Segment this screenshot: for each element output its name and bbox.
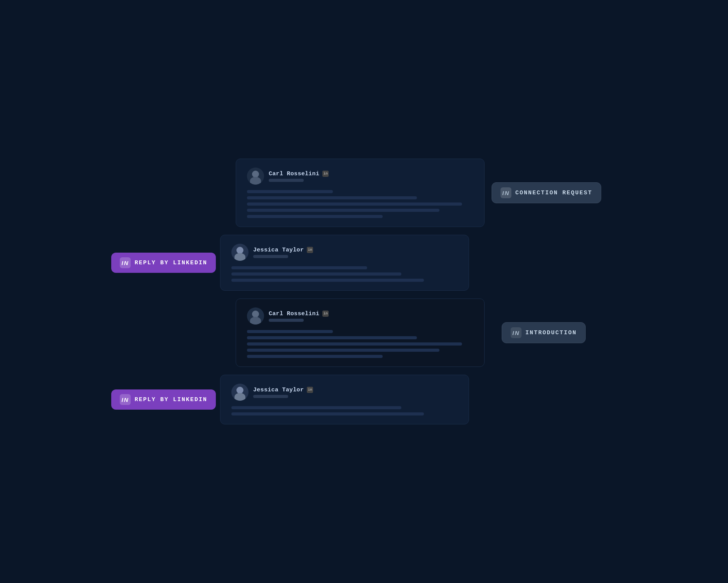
message-card-2: Jessica Taylor in bbox=[220, 235, 469, 291]
linkedin-icon-reply-2: in bbox=[120, 394, 131, 405]
header-info-4: Jessica Taylor in bbox=[253, 387, 313, 398]
content-line bbox=[247, 355, 383, 358]
card-header-1: Carl Rosselini in bbox=[247, 168, 473, 185]
card-header-2: Jessica Taylor in bbox=[231, 244, 458, 261]
reply-linkedin-badge-1[interactable]: in REPLY BY LINKEDIN bbox=[111, 253, 216, 273]
reply-linkedin-label-2: REPLY BY LINKEDIN bbox=[135, 396, 207, 403]
card-row-2: in REPLY BY LINKEDIN Jessica Taylor in bbox=[220, 235, 469, 291]
avatar-jessica-1 bbox=[231, 244, 248, 261]
content-line bbox=[247, 215, 383, 218]
linkedin-badge-icon-4: in bbox=[307, 387, 313, 393]
name-subtitle-1 bbox=[269, 179, 304, 182]
content-line bbox=[231, 272, 401, 276]
connection-request-label: CONNECTION REQUEST bbox=[515, 190, 592, 196]
message-card-4: Jessica Taylor in bbox=[220, 375, 469, 424]
linkedin-icon-connection: in bbox=[500, 187, 511, 198]
name-subtitle-3 bbox=[269, 319, 304, 322]
header-info-2: Jessica Taylor in bbox=[253, 247, 313, 258]
linkedin-badge-icon-1: in bbox=[322, 171, 329, 177]
name-subtitle-4 bbox=[253, 395, 288, 398]
content-line bbox=[231, 406, 401, 409]
content-line bbox=[247, 190, 333, 193]
name-row-1: Carl Rosselini in bbox=[269, 171, 329, 177]
content-line bbox=[247, 209, 439, 212]
linkedin-icon-reply-1: in bbox=[120, 257, 131, 268]
feed-container: Carl Rosselini in in CONNECTION REQUEST bbox=[189, 143, 539, 440]
person-name-3: Carl Rosselini bbox=[269, 311, 319, 317]
introduction-label: INTRODUCTION bbox=[525, 330, 577, 336]
content-line bbox=[231, 412, 424, 415]
card-row-1: Carl Rosselini in in CONNECTION REQUEST bbox=[236, 159, 485, 227]
card-content-2 bbox=[231, 266, 458, 282]
person-name-4: Jessica Taylor bbox=[253, 387, 304, 393]
card-content-4 bbox=[231, 406, 458, 415]
content-line bbox=[231, 266, 367, 269]
content-line bbox=[231, 279, 424, 282]
avatar-carl-1 bbox=[247, 168, 264, 185]
message-card-1: Carl Rosselini in bbox=[236, 159, 485, 227]
name-row-2: Jessica Taylor in bbox=[253, 247, 313, 253]
name-subtitle-2 bbox=[253, 255, 288, 258]
avatar-jessica-2 bbox=[231, 384, 248, 401]
content-line bbox=[247, 342, 462, 346]
card-content-1 bbox=[247, 190, 473, 218]
message-card-3: Carl Rosselini in bbox=[236, 298, 485, 367]
card-header-4: Jessica Taylor in bbox=[231, 384, 458, 401]
person-name-2: Jessica Taylor bbox=[253, 247, 304, 253]
name-row-3: Carl Rosselini in bbox=[269, 311, 329, 317]
card-row-4: in REPLY BY LINKEDIN Jessica Taylor in bbox=[220, 375, 469, 424]
reply-linkedin-badge-2[interactable]: in REPLY BY LINKEDIN bbox=[111, 389, 216, 410]
card-content-3 bbox=[247, 330, 473, 358]
name-row-4: Jessica Taylor in bbox=[253, 387, 313, 393]
card-header-3: Carl Rosselini in bbox=[247, 307, 473, 325]
content-line bbox=[247, 349, 439, 352]
content-line bbox=[247, 202, 462, 206]
card-row-3: Carl Rosselini in in INTRODUCTION bbox=[236, 298, 485, 367]
linkedin-icon-introduction: in bbox=[511, 327, 522, 338]
content-line bbox=[247, 330, 333, 333]
linkedin-badge-icon-3: in bbox=[322, 311, 329, 317]
content-line bbox=[247, 336, 417, 339]
content-line bbox=[247, 196, 417, 199]
connection-request-badge[interactable]: in CONNECTION REQUEST bbox=[492, 182, 601, 203]
header-info-3: Carl Rosselini in bbox=[269, 311, 329, 322]
introduction-badge[interactable]: in INTRODUCTION bbox=[502, 322, 586, 343]
reply-linkedin-label-1: REPLY BY LINKEDIN bbox=[135, 260, 207, 266]
avatar-carl-2 bbox=[247, 307, 264, 325]
header-info-1: Carl Rosselini in bbox=[269, 171, 329, 182]
person-name-1: Carl Rosselini bbox=[269, 171, 319, 177]
linkedin-badge-icon-2: in bbox=[307, 247, 313, 253]
